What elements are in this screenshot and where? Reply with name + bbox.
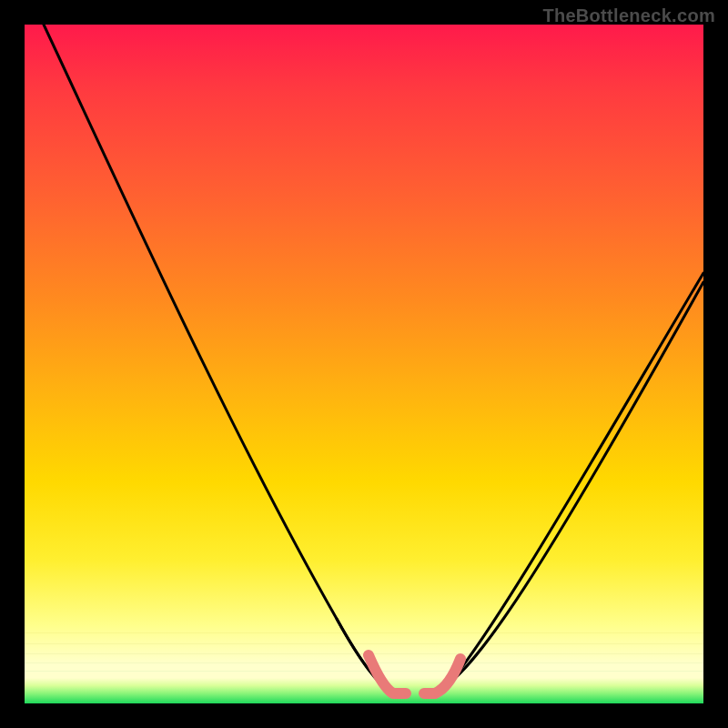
grid-stripe xyxy=(25,643,703,644)
grid-stripe xyxy=(25,671,703,672)
grid-stripe xyxy=(25,632,703,633)
heatmap-gradient xyxy=(25,25,703,678)
chart-frame: TheBottleneck.com xyxy=(0,0,728,728)
grid-stripe xyxy=(25,653,703,654)
baseline-green-band xyxy=(25,678,703,703)
grid-stripe xyxy=(25,662,703,663)
watermark-text: TheBottleneck.com xyxy=(542,5,715,26)
